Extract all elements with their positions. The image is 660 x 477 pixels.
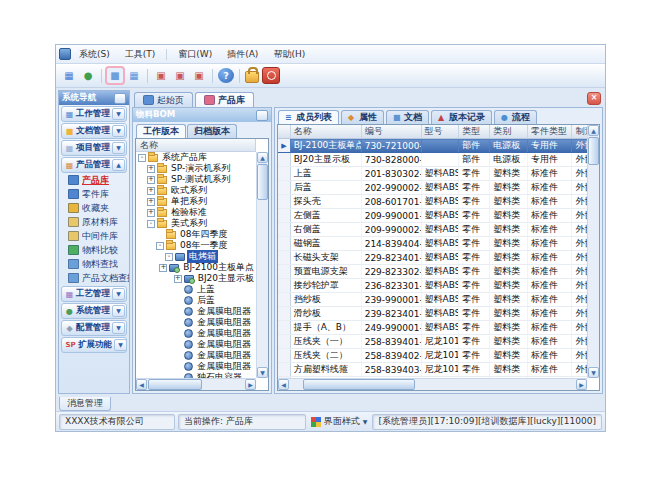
table-row[interactable]: 长磁头支架229-823401-00X塑料ABS零件塑料类标准件外协条 (278, 251, 587, 265)
sidebar-group-6[interactable]: ●系统管理▼ (61, 303, 127, 319)
sidebar-group-7[interactable]: ◆配置管理▼ (61, 320, 127, 336)
table-row[interactable]: 挡纱板239-990001-01X塑料ABS零件塑料类标准件外协条 (278, 293, 587, 307)
table-row[interactable]: 探头壳208-601701-01X塑料ABS零件塑料类标准件外协条 (278, 195, 587, 209)
table-row[interactable]: 磁钢盖214-839404-01X塑料ABS零件塑料类标准件外协条 (278, 237, 587, 251)
scroll-right-button[interactable]: ▶ (245, 379, 256, 390)
sidebar-item-6[interactable]: 物料比较 (59, 243, 129, 257)
column-header-7[interactable]: 制造方式 (572, 125, 587, 139)
expand-plus-icon[interactable]: + (174, 275, 182, 283)
doc-tab-2[interactable]: 产品库 (195, 92, 254, 107)
table-row[interactable]: 右侧盖209-990002-01X塑料ABS零件塑料类标准件外协条 (278, 223, 587, 237)
sidebar-item-3[interactable]: 收藏夹 (59, 201, 129, 215)
expand-plus-icon[interactable]: + (147, 176, 155, 184)
scroll-left-button[interactable]: ◀ (136, 379, 147, 390)
scrollbar-thumb[interactable] (148, 379, 202, 390)
sidebar-group-2[interactable]: ■文档管理▼ (61, 123, 127, 139)
bom-tab-2[interactable]: 归档版本 (187, 124, 237, 138)
close-tab-button[interactable]: × (587, 92, 601, 105)
scroll-left-button[interactable]: ◀ (278, 379, 289, 390)
expand-chevron-icon[interactable]: ▼ (112, 288, 125, 300)
message-manager-tab[interactable]: 消息管理 (59, 397, 111, 411)
table-horizontal-scrollbar[interactable]: ◀ ▶ (278, 378, 587, 390)
expand-chevron-icon[interactable]: ▼ (112, 108, 125, 120)
collapse-chevron-icon[interactable]: ▲ (112, 159, 125, 171)
scrollbar-thumb[interactable] (257, 164, 268, 200)
menu-item-1[interactable]: 系统(S) (72, 46, 117, 63)
column-header-5[interactable]: 类别 (490, 125, 528, 139)
expand-plus-icon[interactable]: + (147, 165, 155, 173)
expand-chevron-icon[interactable]: ▼ (112, 125, 125, 137)
sidebar-pin-button[interactable] (114, 93, 126, 104)
scroll-right-button[interactable]: ▶ (576, 379, 587, 390)
help-icon[interactable]: ? (218, 68, 234, 83)
column-header-6[interactable]: 零件类型 (528, 125, 572, 139)
sidebar-group-4[interactable]: ▦产品管理▲ (61, 157, 127, 173)
window-close-icon[interactable]: ▣ (191, 68, 207, 83)
collapse-minus-icon[interactable]: - (138, 154, 146, 162)
expand-plus-icon[interactable]: + (147, 187, 155, 195)
expand-chevron-icon[interactable]: ▼ (114, 339, 127, 351)
menu-item-3[interactable]: 窗口(W) (171, 46, 219, 63)
members-tab-5[interactable]: ●流程 (494, 110, 537, 124)
expand-chevron-icon[interactable]: ▼ (112, 322, 125, 334)
bom-tab-1[interactable]: 工作版本 (136, 124, 186, 138)
table-row[interactable]: ▶BJ-2100主板单点730-721000-12X部件电源板专用件外协颗 (278, 139, 587, 153)
lock-icon[interactable] (245, 71, 259, 83)
members-tab-3[interactable]: ■文档 (386, 110, 429, 124)
collapse-minus-icon[interactable]: - (156, 242, 164, 250)
tree-vertical-scrollbar[interactable]: ▲ ▼ (256, 152, 268, 378)
collapse-minus-icon[interactable]: - (147, 220, 155, 228)
table-row[interactable]: 预置电源支架229-823302-00X塑料ABS零件塑料类标准件外协条 (278, 265, 587, 279)
ui-style-picker[interactable]: 界面样式 ▼ (309, 415, 370, 428)
column-header-4[interactable]: 类型 (459, 125, 490, 139)
menu-item-2[interactable]: 工具(T) (118, 46, 163, 63)
expand-plus-icon[interactable]: + (159, 264, 167, 272)
sidebar-group-1[interactable]: ▦工作管理▼ (61, 106, 127, 122)
table-row[interactable]: 左侧盖209-990001-01X塑料ABS零件塑料类标准件外协条 (278, 209, 587, 223)
sidebar-item-1[interactable]: 产品库 (59, 173, 129, 187)
sidebar-group-3[interactable]: ▦项目管理▼ (61, 140, 127, 156)
bom-pin-button[interactable] (256, 110, 268, 121)
sidebar-item-5[interactable]: 中间件库 (59, 229, 129, 243)
menu-item-4[interactable]: 插件(A) (220, 46, 265, 63)
tree-column-header[interactable]: 名称 (136, 139, 256, 152)
sidebar-item-2[interactable]: 零件库 (59, 187, 129, 201)
expand-chevron-icon[interactable]: ▼ (112, 305, 125, 317)
window-new-icon[interactable]: ▣ (153, 68, 169, 83)
table-row[interactable]: 提手（A、B）249-990001-01X塑料ABS零件塑料类标准件外协条 (278, 321, 587, 335)
table-row[interactable]: 接纱轮护罩236-823301-00X塑料ABS零件塑料类标准件外协条 (278, 279, 587, 293)
sidebar-item-8[interactable]: 产品文档查找 (59, 271, 129, 285)
members-tab-4[interactable]: ▲版本记录 (431, 110, 492, 124)
views-icon[interactable]: ▦ (126, 68, 142, 83)
window-cascade-icon[interactable]: ▣ (172, 68, 188, 83)
table-row[interactable]: 滑纱板239-823401-00X塑料ABS零件塑料类标准件外协条 (278, 307, 587, 321)
scroll-up-button[interactable]: ▲ (588, 125, 599, 136)
sidebar-group-8[interactable]: SP扩展功能▼ (61, 337, 127, 353)
column-header-3[interactable]: 型号 (421, 125, 459, 139)
expand-plus-icon[interactable]: + (147, 209, 155, 217)
menu-item-5[interactable]: 帮助(H) (266, 46, 312, 63)
members-tab-1[interactable]: ≡成员列表 (278, 110, 339, 124)
collapse-minus-icon[interactable]: - (165, 253, 173, 261)
members-tab-2[interactable]: ◆属性 (341, 110, 384, 124)
scroll-down-button[interactable]: ▼ (257, 367, 268, 378)
scrollbar-thumb[interactable] (588, 137, 599, 165)
column-header-2[interactable]: 编号 (361, 125, 421, 139)
table-vertical-scrollbar[interactable]: ▲ ▼ (587, 125, 599, 378)
scroll-down-button[interactable]: ▼ (588, 367, 599, 378)
sidebar-group-5[interactable]: ▦工艺管理▼ (61, 286, 127, 302)
expand-plus-icon[interactable]: + (147, 198, 155, 206)
open-folder-icon[interactable]: ■ (107, 68, 123, 83)
globe-icon[interactable]: ● (80, 68, 96, 83)
power-icon[interactable] (262, 67, 280, 84)
expand-chevron-icon[interactable]: ▼ (112, 142, 125, 154)
table-row[interactable]: BJ20主显示板730-828000-04X部件电源板专用件外协颗 (278, 153, 587, 167)
sidebar-item-7[interactable]: 物料查找 (59, 257, 129, 271)
scroll-up-button[interactable]: ▲ (257, 152, 268, 163)
table-row[interactable]: 后盖202-990002-01X塑料ABS零件塑料类标准件外协条 (278, 181, 587, 195)
tree-horizontal-scrollbar[interactable]: ◀ ▶ (136, 378, 256, 390)
scrollbar-thumb[interactable] (303, 379, 415, 390)
table-row[interactable]: 压线夹（一）258-839401-00X尼龙1010零件塑料类标准件外协条 (278, 335, 587, 349)
column-header-1[interactable]: 名称 (290, 125, 361, 139)
table-row[interactable]: 压线夹（二）258-839402-00X尼龙1010零件塑料类标准件外协条 (278, 349, 587, 363)
